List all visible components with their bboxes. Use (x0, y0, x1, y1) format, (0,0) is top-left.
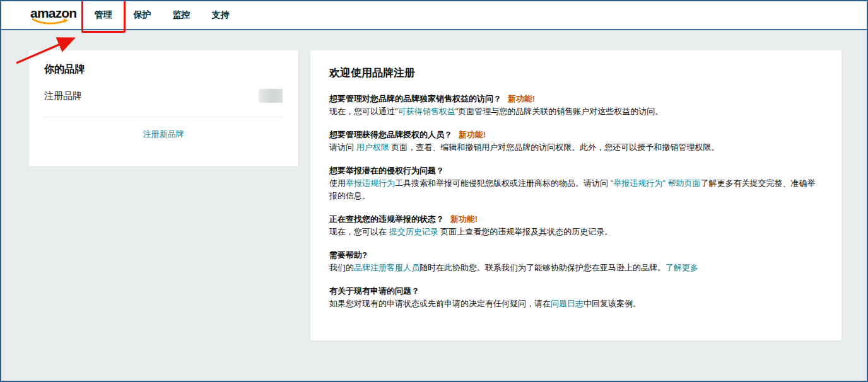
section-body: 现在，您可以通过"可获得销售权益"页面管理与您的品牌关联的销售账户对这些权益的访… (329, 105, 823, 118)
section-heading: 需要帮助? (329, 249, 823, 262)
section-body: 如果您对现有的申请状态或先前申请的决定有任何疑问，请在问题日志中回复该案例。 (329, 298, 823, 310)
welcome-section-need-help: 需要帮助? 我们的品牌注册客服人员随时在此协助您。联系我们为了能够协助保护您在亚… (329, 249, 823, 274)
body-text: "页面管理与您的品牌关联的销售账户对这些权益的访问。 (455, 107, 664, 116)
welcome-card: 欢迎使用品牌注册 想要管理对您品牌的品牌独家销售权益的访问？ 新功能! 现在，您… (310, 50, 842, 340)
learn-more-link[interactable]: 了解更多 (666, 263, 698, 272)
section-heading: 正在查找您的违规举报的状态？ 新功能! (329, 213, 823, 226)
nav-item-protect-label: 保护 (133, 9, 151, 20)
section-heading-text: 想要举报潜在的侵权行为问题？ (329, 166, 444, 175)
body-text: 随时在此协助您。联系我们为了能够协助保护您在亚马逊上的品牌。 (419, 263, 666, 272)
amazon-logo[interactable]: amazon (30, 6, 76, 25)
body-text: 现在，您可以通过" (329, 107, 398, 116)
nav-item-manage-label: 管理 (94, 9, 112, 20)
section-heading: 想要管理获得您品牌授权的人员？ 新功能! (329, 129, 823, 141)
body-text: 使用 (329, 178, 346, 188)
new-feature-badge: 新功能! (450, 214, 478, 224)
brand-registry-support-link[interactable]: 品牌注册客服人员 (354, 263, 419, 272)
user-permissions-link[interactable]: 用户权限 (356, 142, 389, 152)
amazon-smile-icon (32, 18, 69, 25)
your-brands-title: 你的品牌 (44, 63, 283, 76)
section-heading: 想要管理对您品牌的品牌独家销售权益的访问？ 新功能! (329, 93, 823, 105)
problem-log-link[interactable]: 问题日志 (551, 299, 584, 308)
welcome-section-user-permissions: 想要管理获得您品牌授权的人员？ 新功能! 请访问 用户权限 页面，查看、编辑和撤… (329, 129, 823, 154)
register-new-brand-link[interactable]: 注册新品牌 (44, 129, 283, 140)
nav-item-support-label: 支持 (211, 9, 229, 20)
new-feature-badge: 新功能! (508, 94, 535, 103)
section-heading-text: 想要管理获得您品牌授权的人员？ (329, 130, 452, 139)
registered-brands-label: 注册品牌 (44, 90, 82, 102)
welcome-title: 欢迎使用品牌注册 (329, 66, 823, 80)
welcome-section-selling-benefits: 想要管理对您品牌的品牌独家销售权益的访问？ 新功能! 现在，您可以通过"可获得销… (329, 93, 823, 118)
section-heading-text: 想要管理对您品牌的品牌独家销售权益的访问？ (329, 94, 501, 103)
welcome-section-submission-history: 正在查找您的违规举报的状态？ 新功能! 现在，您可以在 提交历史记录 页面上查看… (329, 213, 823, 238)
body-text: 请访问 (329, 142, 356, 152)
body-text: 我们的 (329, 263, 354, 272)
section-heading: 想要举报潜在的侵权行为问题？ (329, 165, 823, 177)
section-heading-text: 需要帮助? (329, 250, 367, 260)
report-violation-link[interactable]: 举报违规行为 (346, 178, 395, 188)
registered-brands-row: 注册品牌 (44, 89, 283, 103)
section-heading: 有关于现有申请的问题？ (329, 285, 823, 298)
section-body: 我们的品牌注册客服人员随时在此协助您。联系我们为了能够协助保护您在亚马逊上的品牌… (329, 262, 823, 274)
your-brands-card: 你的品牌 注册品牌 注册新品牌 (29, 50, 298, 166)
submission-history-link[interactable]: 提交历史记录 (389, 227, 438, 236)
top-nav: amazon 管理 保护 监控 支持 (1, 1, 867, 30)
nav-item-monitor[interactable]: 监控 (166, 6, 196, 25)
nav-item-monitor-label: 监控 (172, 9, 190, 20)
body-text: 如果您对现有的申请状态或先前申请的决定有任何疑问，请在 (329, 299, 551, 308)
nav-item-protect[interactable]: 保护 (127, 6, 157, 25)
new-feature-badge: 新功能! (459, 130, 486, 139)
section-heading-text: 正在查找您的违规举报的状态？ (329, 214, 444, 224)
divider (44, 117, 283, 117)
body-text: 工具搜索和举报可能侵犯您版权或注册商标的物品。请访问 (395, 178, 611, 188)
section-body: 请访问 用户权限 页面，查看、编辑和撤销用户对您品牌的访问权限。此外，您还可以授… (329, 141, 823, 154)
section-body: 现在，您可以在 提交历史记录 页面上查看您的违规举报及其状态的历史记录。 (329, 226, 823, 238)
nav-item-support[interactable]: 支持 (205, 6, 235, 25)
section-heading-text: 有关于现有申请的问题？ (329, 286, 419, 296)
page: amazon 管理 保护 监控 支持 你的品牌 (0, 0, 868, 382)
section-body: 使用举报违规行为工具搜索和举报可能侵犯您版权或注册商标的物品。请访问 "举报违规… (329, 177, 823, 202)
body-text: 页面，查看、编辑和撤销用户对您品牌的访问权限。此外，您还可以授予和撤销管理权限。 (389, 142, 720, 152)
body-text: 现在，您可以在 (329, 227, 389, 236)
welcome-section-existing-applications: 有关于现有申请的问题？ 如果您对现有的申请状态或先前申请的决定有任何疑问，请在问… (329, 285, 823, 310)
body-text: 中回复该案例。 (584, 299, 641, 308)
welcome-section-report-violation: 想要举报潜在的侵权行为问题？ 使用举报违规行为工具搜索和举报可能侵犯您版权或注册… (329, 165, 823, 202)
report-violation-help-link[interactable]: "举报违规行为" 帮助页面 (611, 178, 701, 188)
redacted-brand-value (259, 89, 283, 103)
body-text: 页面上查看您的违规举报及其状态的历史记录。 (438, 227, 613, 236)
nav-item-manage[interactable]: 管理 (88, 6, 118, 25)
sellable-benefits-link[interactable]: 可获得销售权益 (398, 107, 455, 116)
